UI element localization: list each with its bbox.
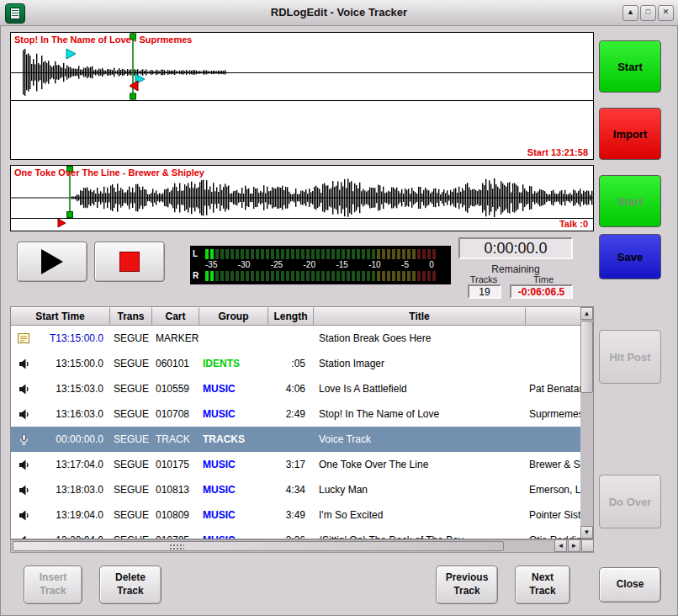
tracks-label: Tracks [461,274,506,284]
row-type-icon-cell [11,433,36,446]
shade-button[interactable]: ▲ [622,5,638,21]
tracks-remaining-value: 19 [468,284,501,299]
level-meter: L -35-30-25-20-15-10-50 R [190,246,451,284]
table-row[interactable]: 13:17:04.0SEGUE010175MUSIC3:17One Toke O… [11,452,580,477]
title-cell: Station Imager [314,358,526,369]
meter-segment [266,271,269,281]
table-row[interactable]: 13:16:03.0SEGUE010708MUSIC2:49Stop! In T… [11,401,580,427]
segue-marker-icon[interactable] [135,74,145,84]
meter-scale-tick: -10 [368,260,380,270]
meter-segment [321,249,325,259]
play-icon [41,249,63,274]
scroll-down-button[interactable]: ▼ [580,526,593,539]
track2-marker-handle-icon[interactable] [67,212,73,218]
start-time-cell: 13:16:03.0 [36,408,110,420]
segue-marker-icon[interactable] [66,49,76,59]
meter-scale-tick: -20 [304,260,315,270]
header-cell-title: Title [314,307,526,326]
speaker-icon [18,484,30,497]
meter-segment [382,249,385,259]
delete-track-button[interactable]: Delete Track [99,566,162,604]
log-header: Start TimeTransCartGroupLengthTitle [11,307,580,326]
row-type-icon-cell [11,332,36,345]
group-cell: TRACKS [199,433,268,445]
meter-segment [296,249,299,259]
start-time-cell: 13:17:04.0 [36,459,110,470]
start-time-cell: T13:15:00.0 [36,332,110,344]
row-type-icon-cell [11,534,36,539]
talk-marker-icon[interactable] [58,219,66,227]
table-row[interactable]: 13:15:03.0SEGUE010559MUSIC4:06Love Is A … [11,376,580,401]
meter-segment [281,249,284,259]
previous-track-button[interactable]: Previous Track [436,566,498,604]
row-type-icon-cell [11,459,36,471]
meter-segment [377,249,380,259]
scroll-left-button[interactable]: ◄ [554,539,567,552]
end-marker-icon[interactable] [130,81,138,91]
table-row[interactable]: 13:18:03.0SEGUE010813MUSIC4:34Lucky ManE… [11,477,580,502]
table-row[interactable]: 13:19:04.0SEGUE010809MUSIC3:49I'm So Exc… [11,502,580,528]
meter-segment [362,249,365,259]
meter-segment [407,249,411,259]
close-button[interactable]: Close [599,567,661,603]
hscroll-thumb[interactable] [13,541,504,551]
meter-segment [261,249,264,259]
start-track1-button[interactable]: Start [599,40,661,93]
meter-segment [246,249,249,259]
meter-segment [276,271,279,281]
length-cell: :05 [268,358,314,369]
table-row[interactable]: T13:15:00.0SEGUEMARKERStation Break Goes… [11,326,580,351]
import-button[interactable]: Import [599,108,661,160]
header-cell-trans: Trans [110,307,152,326]
artist-cell: Pointer Sisters [526,509,580,521]
meter-scale-tick: -5 [401,260,409,270]
titlebar-close-button[interactable]: ✕ [658,5,674,21]
meter-right-label: R [193,271,203,280]
microphone-icon [18,433,30,446]
scroll-right-button[interactable]: ► [568,539,580,552]
track2-panel: One Toke Over The Line - Brewer & Shiple… [10,165,594,231]
resize-grip-icon[interactable] [169,544,184,550]
vertical-scrollbar[interactable]: ▲ ▼ [580,307,593,539]
meter-segment [321,271,325,281]
table-row[interactable]: 13:15:00.0SEGUE060101IDENTS:05Station Im… [11,351,580,376]
remaining-label: Remaining [458,263,573,275]
row-type-icon-cell [11,358,36,370]
table-row[interactable]: 00:00:00.0SEGUETRACKTRACKSVoice Track [11,427,580,452]
meter-segment [241,249,244,259]
table-row[interactable]: 13:20:04.0SEGUE010705MUSIC3:36(Sittin' O… [11,528,580,539]
title-cell: I'm So Excited [314,509,526,521]
artist-cell: Suprmemes [526,408,580,420]
length-cell: 4:06 [268,383,314,395]
meter-segment [362,271,365,281]
meter-segment [316,249,320,259]
horizontal-scrollbar[interactable]: ◄ ► [10,539,594,553]
meter-segment [397,271,400,281]
next-track-button[interactable]: Next Track [515,566,570,604]
cart-cell: 010559 [152,383,199,395]
meter-segment [281,271,284,281]
meter-segment [352,249,355,259]
save-button[interactable]: Save [599,234,661,279]
speaker-icon [18,408,30,421]
meter-segment [236,249,239,259]
meter-segment [286,271,289,281]
meter-segment [372,271,375,281]
vscroll-thumb[interactable] [580,321,593,393]
row-type-icon-cell [11,509,36,522]
artist-cell: Brewer & Shipley [526,459,580,470]
meter-segment [387,271,390,281]
scroll-up-button[interactable]: ▲ [580,307,593,320]
track1-marker-handle-icon[interactable] [130,93,136,99]
meter-segment [427,249,431,259]
meter-segment [256,249,259,259]
meter-segment [331,249,335,259]
meter-segment [271,271,274,281]
meter-scale-tick: 0 [429,260,434,270]
meter-segment [417,271,421,281]
play-button[interactable] [17,242,87,282]
maximize-button[interactable]: □ [640,5,656,21]
trans-cell: SEGUE [110,408,152,420]
meter-segment [286,249,289,259]
stop-button[interactable] [94,242,165,282]
